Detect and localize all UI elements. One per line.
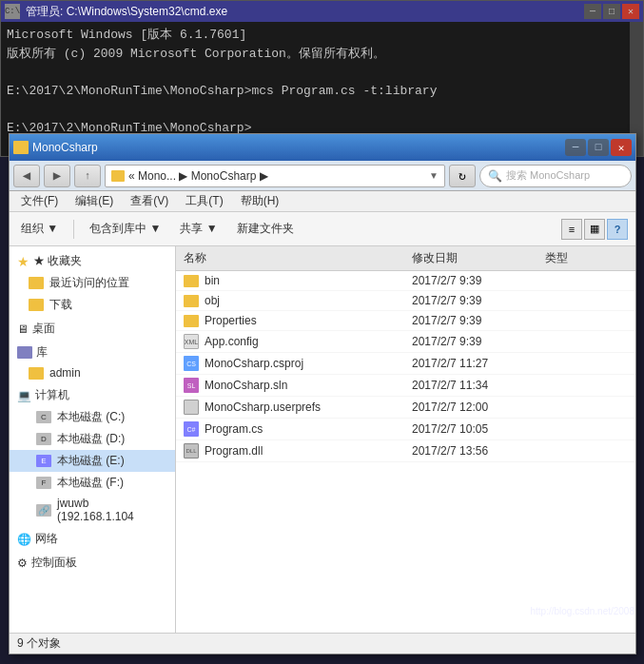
file-rows-container: bin2017/2/7 9:39obj2017/2/7 9:39Properti… [176, 271, 635, 462]
exp-close-button[interactable]: ✕ [611, 139, 632, 156]
file-date-cell: 2017/2/7 9:39 [404, 335, 537, 348]
drive-e-icon: E [36, 455, 51, 467]
cmd-titlebar: C:\ 管理员: C:\Windows\System32\cmd.exe ─ □… [1, 1, 643, 22]
file-name-cell: C#Program.cs [176, 421, 404, 437]
sidebar-item-drive-e[interactable]: E 本地磁盘 (E:) [10, 450, 175, 472]
menu-file[interactable]: 文件(F) [13, 191, 66, 211]
file-date-cell: 2017/2/7 12:00 [404, 400, 537, 414]
sidebar-section-library: 库 admin [10, 342, 175, 382]
file-row[interactable]: bin2017/2/7 9:39 [176, 271, 635, 291]
file-row[interactable]: Properties2017/2/7 9:39 [176, 311, 635, 331]
sidebar-item-downloads[interactable]: 下载 [10, 294, 175, 316]
cmd-line-4: E:\2017\2\MonoRunTime\MonoCsharp>mcs Pro… [7, 82, 624, 101]
file-row[interactable]: XMLApp.config2017/2/7 9:39 [176, 331, 635, 353]
library-icon [17, 346, 32, 359]
cmd-minimize-button[interactable]: ─ [584, 4, 601, 19]
sidebar-network-label: 网络 [35, 531, 58, 547]
menu-edit[interactable]: 编辑(E) [68, 191, 121, 211]
menu-help[interactable]: 帮助(H) [233, 191, 287, 211]
file-date-cell: 2017/2/7 9:39 [404, 274, 537, 287]
cmd-line-1: Microsoft Windows [版本 6.1.7601] [7, 26, 624, 45]
sidebar-item-drive-c[interactable]: C 本地磁盘 (C:) [10, 406, 175, 428]
sidebar-drive-e-label: 本地磁盘 (E:) [57, 453, 125, 469]
sidebar-item-admin[interactable]: admin [10, 363, 175, 382]
forward-button[interactable]: ▶ [44, 165, 70, 187]
view-list-button[interactable]: ≡ [561, 219, 582, 240]
exp-menubar: 文件(F) 编辑(E) 查看(V) 工具(T) 帮助(H) [10, 191, 635, 212]
address-folder-icon [111, 170, 125, 182]
folder-icon [184, 295, 199, 307]
cmd-title-text: 管理员: C:\Windows\System32\cmd.exe [26, 4, 227, 20]
cmd-line-2: 版权所有 (c) 2009 Microsoft Corporation。保留所有… [7, 45, 624, 64]
sln-icon: SL [184, 378, 199, 393]
sidebar-header-controlpanel[interactable]: ⚙ 控制面板 [10, 552, 175, 574]
sidebar-header-computer[interactable]: 💻 计算机 [10, 384, 175, 406]
share-button[interactable]: 共享 ▼ [176, 219, 221, 239]
col-header-date[interactable]: 修改日期 [404, 248, 537, 268]
file-date-cell: 2017/2/7 11:27 [404, 357, 537, 370]
sidebar-item-drive-f[interactable]: F 本地磁盘 (F:) [10, 472, 175, 494]
sidebar-section-desktop: 🖥 桌面 [10, 318, 175, 340]
file-name-cell: obj [176, 294, 404, 307]
exp-sidebar: ★ ★ 收藏夹 最近访问的位置 下载 🖥 桌面 [10, 246, 176, 633]
file-name: MonoCsharp.csproj [205, 357, 303, 370]
up-button[interactable]: ↑ [74, 165, 101, 187]
sidebar-item-drive-d[interactable]: D 本地磁盘 (D:) [10, 428, 175, 450]
sidebar-library-label: 库 [36, 344, 48, 361]
cs-icon: C# [184, 421, 199, 437]
menu-view[interactable]: 查看(V) [123, 191, 176, 211]
sidebar-item-network-share[interactable]: 🔗 jwuwb (192.168.1.104 [10, 494, 175, 526]
sidebar-network-share-label: jwuwb (192.168.1.104 [57, 497, 167, 523]
csproj-icon: CS [184, 356, 199, 371]
file-row[interactable]: DLLProgram.dll2017/2/7 13:56 [176, 440, 635, 462]
view-help-button[interactable]: ? [607, 219, 628, 240]
sidebar-header-desktop[interactable]: 🖥 桌面 [10, 318, 175, 340]
sidebar-item-recent[interactable]: 最近访问的位置 [10, 272, 175, 294]
folder-icon [184, 315, 199, 327]
folder-icon [184, 275, 199, 287]
watermark: http://blog.csdn.net/2008 [530, 606, 634, 616]
search-bar[interactable]: 🔍 搜索 MonoCsharp [479, 165, 632, 187]
sidebar-recent-label: 最近访问的位置 [49, 275, 129, 291]
col-header-type[interactable]: 类型 [537, 248, 614, 268]
file-row[interactable]: CSMonoCsharp.csproj2017/2/7 11:27 [176, 353, 635, 375]
address-bar[interactable]: « Mono... ▶ MonoCsharp ▶ ▼ [105, 165, 445, 187]
sidebar-header-favorites[interactable]: ★ ★ 收藏夹 [10, 250, 175, 272]
col-header-name[interactable]: 名称 [176, 248, 404, 268]
sidebar-section-computer: 💻 计算机 C 本地磁盘 (C:) D 本地磁盘 (D:) E 本地磁盘 (E:… [10, 384, 175, 526]
cmd-maximize-button[interactable]: □ [603, 4, 620, 19]
cmd-close-button[interactable]: ✕ [622, 4, 639, 19]
file-date-cell: 2017/2/7 11:34 [404, 379, 537, 392]
sidebar-drive-c-label: 本地磁盘 (C:) [57, 409, 125, 425]
address-dropdown-icon[interactable]: ▼ [429, 170, 439, 181]
address-path: « Mono... ▶ MonoCsharp ▶ [128, 169, 268, 183]
sidebar-header-network[interactable]: 🌐 网络 [10, 528, 175, 550]
exp-maximize-button[interactable]: □ [588, 139, 609, 156]
exp-minimize-button[interactable]: ─ [565, 139, 586, 156]
organize-button[interactable]: 组织 ▼ [17, 219, 62, 239]
file-row[interactable]: C#Program.cs2017/2/7 10:05 [176, 419, 635, 440]
file-name: bin [205, 274, 220, 287]
file-row[interactable]: obj2017/2/7 9:39 [176, 291, 635, 311]
back-button[interactable]: ◀ [13, 165, 40, 187]
view-details-button[interactable]: ▦ [584, 219, 605, 240]
view-icons: ≡ ▦ ? [561, 219, 628, 240]
file-row[interactable]: SLMonoCsharp.sln2017/2/7 11:34 [176, 375, 635, 397]
include-in-library-button[interactable]: 包含到库中 ▼ [86, 219, 165, 239]
sidebar-computer-label: 计算机 [35, 387, 69, 403]
file-name-cell: XMLApp.config [176, 334, 404, 349]
drive-d-icon: D [36, 433, 51, 445]
menu-tools[interactable]: 工具(T) [178, 191, 230, 211]
file-name: MonoCsharp.sln [205, 379, 287, 392]
exp-titlebar: MonoCsharp ─ □ ✕ [10, 134, 635, 161]
file-row[interactable]: MonoCsharp.userprefs2017/2/7 12:00 [176, 397, 635, 419]
dll-icon: DLL [184, 443, 199, 459]
sidebar-section-controlpanel: ⚙ 控制面板 [10, 552, 175, 574]
cmd-line-5 [7, 100, 624, 119]
sidebar-favorites-label: ★ 收藏夹 [33, 253, 82, 269]
sidebar-header-library[interactable]: 库 [10, 342, 175, 363]
file-name-cell: MonoCsharp.userprefs [176, 400, 404, 415]
new-folder-button[interactable]: 新建文件夹 [233, 219, 298, 239]
refresh-button[interactable]: ↻ [449, 165, 476, 187]
file-date-cell: 2017/2/7 10:05 [404, 422, 537, 436]
